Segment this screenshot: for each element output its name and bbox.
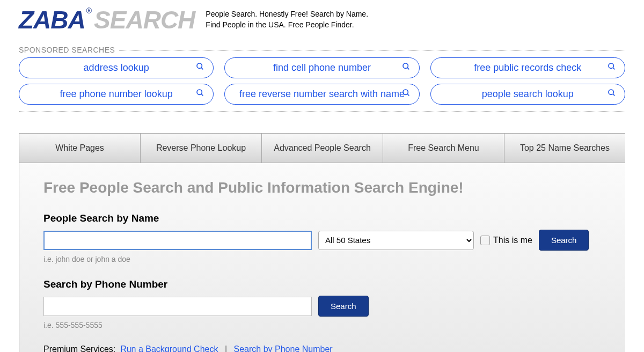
search-icon <box>402 89 411 100</box>
main-container: White Pages Reverse Phone Lookup Advance… <box>19 133 625 352</box>
header: ZABA ® SEARCH People Search. Honestly Fr… <box>0 0 644 45</box>
svg-line-3 <box>407 68 409 69</box>
svg-line-7 <box>201 94 203 96</box>
sponsored-item-address-lookup[interactable]: address lookup <box>19 57 214 78</box>
svg-point-6 <box>197 90 202 94</box>
search-icon <box>196 62 204 74</box>
svg-point-4 <box>609 63 613 68</box>
sponsored-item-reverse-number[interactable]: free reverse number search with name <box>224 84 419 105</box>
svg-point-0 <box>197 63 202 68</box>
search-icon <box>608 89 616 100</box>
tagline-line2: Find People in the USA. Free People Find… <box>206 20 368 31</box>
search-icon <box>608 62 616 74</box>
phone-search-row: Search <box>43 296 601 317</box>
logo[interactable]: ZABA ® SEARCH <box>19 5 195 34</box>
sponsored-text: people search lookup <box>482 89 574 100</box>
premium-link-phone-search[interactable]: Search by Phone Number <box>234 344 333 352</box>
name-search-row: All 50 States This is me Search <box>43 230 601 251</box>
page-title: Free People Search and Public Informatio… <box>43 179 601 196</box>
svg-line-5 <box>613 68 614 69</box>
phone-search-section: Search by Phone Number Search i.e. 555-5… <box>43 278 601 329</box>
sponsored-row-1: address lookup find cell phone number fr… <box>19 57 625 78</box>
name-input[interactable] <box>43 231 312 250</box>
sponsored-text: free public records check <box>474 62 581 74</box>
this-is-me-group: This is me <box>480 236 532 245</box>
sponsored-item-people-search[interactable]: people search lookup <box>430 84 625 105</box>
sponsored-text: free reverse number search with name <box>239 89 405 100</box>
logo-part2: SEARCH <box>94 5 195 34</box>
tab-reverse-phone[interactable]: Reverse Phone Lookup <box>141 134 262 163</box>
search-icon <box>196 89 204 100</box>
svg-line-11 <box>613 94 614 96</box>
nav-tabs: White Pages Reverse Phone Lookup Advance… <box>19 134 625 163</box>
this-is-me-label: This is me <box>493 236 532 245</box>
phone-search-button[interactable]: Search <box>318 296 369 317</box>
sponsored-section: SPONSORED SEARCHES address lookup find c… <box>0 45 644 120</box>
phone-search-label: Search by Phone Number <box>43 278 601 290</box>
premium-services: Premium Services: Run a Background Check… <box>43 344 601 352</box>
this-is-me-checkbox[interactable] <box>480 236 490 245</box>
sponsored-text: find cell phone number <box>273 62 371 74</box>
premium-label: Premium Services: <box>43 344 115 352</box>
logo-reg: ® <box>86 6 92 15</box>
logo-part1: ZABA <box>19 5 85 34</box>
sponsored-item-cell-phone[interactable]: find cell phone number <box>224 57 419 78</box>
name-search-section: People Search by Name All 50 States This… <box>43 212 601 263</box>
svg-point-8 <box>403 90 408 94</box>
sponsored-label: SPONSORED SEARCHES <box>19 46 119 54</box>
tab-advanced-search[interactable]: Advanced People Search <box>262 134 383 163</box>
name-search-button[interactable]: Search <box>539 230 589 251</box>
sponsored-grid: address lookup find cell phone number fr… <box>19 57 625 105</box>
sponsored-text: address lookup <box>84 62 149 74</box>
tab-white-pages[interactable]: White Pages <box>19 134 141 163</box>
sponsored-row-2: free phone number lookup free reverse nu… <box>19 84 625 105</box>
premium-link-background-check[interactable]: Run a Background Check <box>120 344 218 352</box>
name-search-label: People Search by Name <box>43 212 601 224</box>
name-hint: i.e. john doe or john a doe <box>43 255 601 263</box>
tab-free-search-menu[interactable]: Free Search Menu <box>383 134 504 163</box>
phone-input[interactable] <box>43 297 312 316</box>
svg-point-10 <box>609 90 613 94</box>
sponsored-text: free phone number lookup <box>60 89 173 100</box>
sponsored-item-public-records[interactable]: free public records check <box>430 57 625 78</box>
svg-line-9 <box>407 94 409 96</box>
premium-separator: | <box>225 344 227 352</box>
tagline-line1: People Search. Honestly Free! Search by … <box>206 9 368 20</box>
content: Free People Search and Public Informatio… <box>19 163 625 352</box>
tab-top-names[interactable]: Top 25 Name Searches <box>504 134 625 163</box>
tagline: People Search. Honestly Free! Search by … <box>206 9 368 30</box>
svg-line-1 <box>201 68 203 69</box>
sponsored-item-phone-lookup[interactable]: free phone number lookup <box>19 84 214 105</box>
state-select[interactable]: All 50 States <box>318 231 474 250</box>
divider <box>19 111 625 112</box>
svg-point-2 <box>403 63 408 68</box>
phone-hint: i.e. 555-555-5555 <box>43 321 601 329</box>
search-icon <box>402 62 411 74</box>
